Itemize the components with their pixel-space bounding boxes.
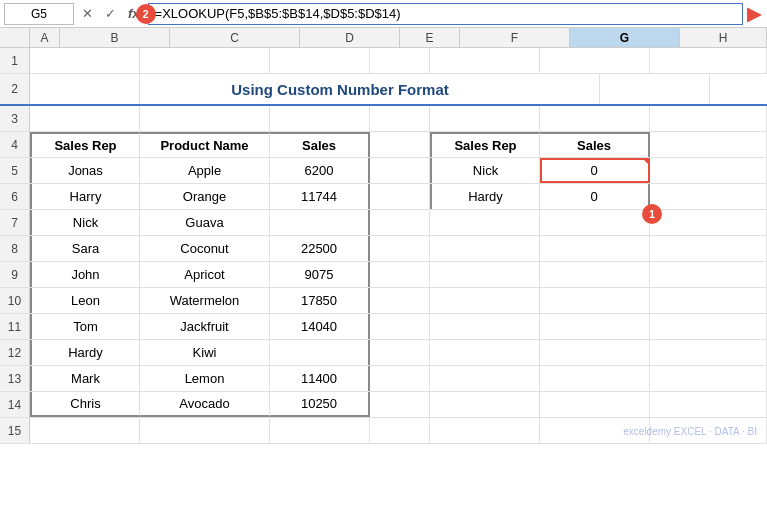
confirm-icon[interactable]: ✓ [101, 4, 120, 23]
cell-H7[interactable] [650, 210, 767, 235]
cell-H8[interactable] [650, 236, 767, 261]
cell-G13[interactable] [540, 366, 650, 391]
cell-E1[interactable] [370, 48, 430, 73]
cell-E9[interactable] [370, 262, 430, 287]
cell-B2[interactable] [30, 74, 140, 104]
cell-C2-title[interactable]: Using Custom Number Format [140, 74, 540, 104]
cell-F6[interactable]: Hardy [430, 184, 540, 209]
cell-H3[interactable] [650, 106, 767, 131]
cell-C5[interactable]: Apple [140, 158, 270, 183]
cell-H9[interactable] [650, 262, 767, 287]
cell-F5[interactable]: Nick [430, 158, 540, 183]
cell-B15[interactable] [30, 418, 140, 443]
cell-E15[interactable] [370, 418, 430, 443]
cell-C7[interactable]: Guava [140, 210, 270, 235]
cell-C15[interactable] [140, 418, 270, 443]
cell-C9[interactable]: Apricot [140, 262, 270, 287]
cell-H11[interactable] [650, 314, 767, 339]
cell-G3[interactable] [540, 106, 650, 131]
cell-E5[interactable] [370, 158, 430, 183]
cell-C6[interactable]: Orange [140, 184, 270, 209]
cell-E8[interactable] [370, 236, 430, 261]
cell-G10[interactable] [540, 288, 650, 313]
cell-E12[interactable] [370, 340, 430, 365]
cell-F13[interactable] [430, 366, 540, 391]
cell-B4-header[interactable]: Sales Rep [30, 132, 140, 157]
cell-D12[interactable] [270, 340, 370, 365]
cell-D14[interactable]: 10250 [270, 392, 370, 417]
cell-G2[interactable] [710, 74, 767, 104]
cell-H13[interactable] [650, 366, 767, 391]
cell-H5[interactable] [650, 158, 767, 183]
cell-E7[interactable] [370, 210, 430, 235]
cell-name-box[interactable] [4, 3, 74, 25]
cell-E10[interactable] [370, 288, 430, 313]
cell-F9[interactable] [430, 262, 540, 287]
cell-B1[interactable] [30, 48, 140, 73]
cell-E6[interactable] [370, 184, 430, 209]
cell-B6[interactable]: Harry [30, 184, 140, 209]
cell-D13[interactable]: 11400 [270, 366, 370, 391]
cell-H1[interactable] [650, 48, 767, 73]
cell-D5[interactable]: 6200 [270, 158, 370, 183]
cell-D15[interactable] [270, 418, 370, 443]
cell-F12[interactable] [430, 340, 540, 365]
cell-D7[interactable] [270, 210, 370, 235]
cell-B11[interactable]: Tom [30, 314, 140, 339]
cell-C10[interactable]: Watermelon [140, 288, 270, 313]
cell-B10[interactable]: Leon [30, 288, 140, 313]
cell-G5-active[interactable]: 0 [540, 158, 650, 183]
cell-H14[interactable] [650, 392, 767, 417]
cell-C1[interactable] [140, 48, 270, 73]
cell-C14[interactable]: Avocado [140, 392, 270, 417]
cell-C4-header[interactable]: Product Name [140, 132, 270, 157]
cell-G9[interactable] [540, 262, 650, 287]
cell-D11[interactable]: 14040 [270, 314, 370, 339]
cell-D8[interactable]: 22500 [270, 236, 370, 261]
cell-C12[interactable]: Kiwi [140, 340, 270, 365]
cell-B9[interactable]: John [30, 262, 140, 287]
cell-B7[interactable]: Nick [30, 210, 140, 235]
cancel-icon[interactable]: ✕ [78, 4, 97, 23]
cell-G4-header[interactable]: Sales [540, 132, 650, 157]
cell-D9[interactable]: 9075 [270, 262, 370, 287]
cell-G6[interactable]: 0 [540, 184, 650, 209]
cell-G8[interactable] [540, 236, 650, 261]
cell-H4[interactable] [650, 132, 767, 157]
cell-H6[interactable] [650, 184, 767, 209]
cell-F11[interactable] [430, 314, 540, 339]
cell-D3[interactable] [270, 106, 370, 131]
cell-C11[interactable]: Jackfruit [140, 314, 270, 339]
cell-H12[interactable] [650, 340, 767, 365]
cell-F4-header[interactable]: Sales Rep [430, 132, 540, 157]
cell-G7[interactable] [540, 210, 650, 235]
cell-F3[interactable] [430, 106, 540, 131]
cell-H10[interactable] [650, 288, 767, 313]
cell-B3[interactable] [30, 106, 140, 131]
cell-B14[interactable]: Chris [30, 392, 140, 417]
cell-B5[interactable]: Jonas [30, 158, 140, 183]
cell-C13[interactable]: Lemon [140, 366, 270, 391]
cell-E4[interactable] [370, 132, 430, 157]
cell-D4-header[interactable]: Sales [270, 132, 370, 157]
cell-F14[interactable] [430, 392, 540, 417]
cell-D6[interactable]: 11744 [270, 184, 370, 209]
cell-G14[interactable] [540, 392, 650, 417]
cell-F15[interactable] [430, 418, 540, 443]
cell-E13[interactable] [370, 366, 430, 391]
cell-F1[interactable] [430, 48, 540, 73]
formula-input[interactable] [148, 3, 743, 25]
cell-D1[interactable] [270, 48, 370, 73]
cell-F7[interactable] [430, 210, 540, 235]
cell-D10[interactable]: 17850 [270, 288, 370, 313]
cell-G12[interactable] [540, 340, 650, 365]
cell-G11[interactable] [540, 314, 650, 339]
cell-F10[interactable] [430, 288, 540, 313]
cell-F2[interactable] [600, 74, 710, 104]
cell-E11[interactable] [370, 314, 430, 339]
cell-G1[interactable] [540, 48, 650, 73]
cell-E2[interactable] [540, 74, 600, 104]
cell-F8[interactable] [430, 236, 540, 261]
cell-E3[interactable] [370, 106, 430, 131]
cell-C3[interactable] [140, 106, 270, 131]
